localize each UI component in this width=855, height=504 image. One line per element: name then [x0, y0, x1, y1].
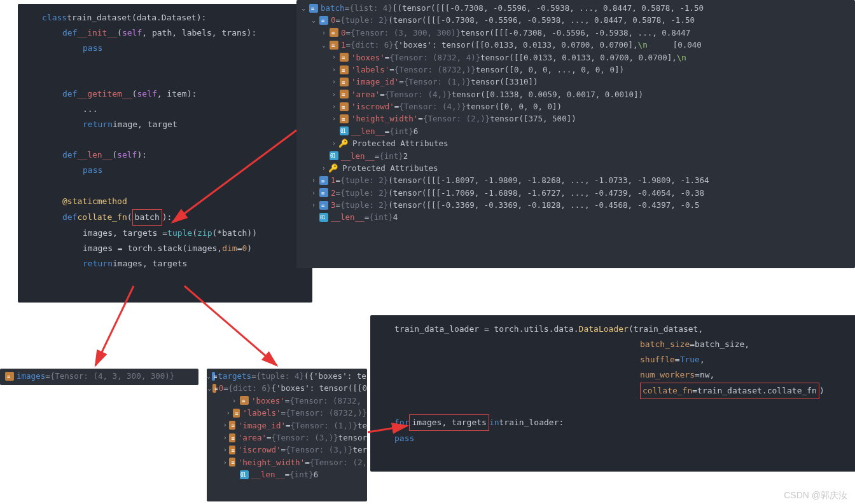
obj-icon	[340, 65, 349, 74]
chevron-right-icon[interactable]: ›	[330, 139, 338, 149]
int-icon	[330, 151, 338, 160]
int-icon	[319, 213, 328, 222]
targets-popup[interactable]: ⌄targets = {tuple: 4} ({'boxes': tens ⌄0…	[207, 369, 367, 501]
int-icon	[240, 470, 249, 479]
obj-icon	[330, 41, 338, 50]
chevron-right-icon[interactable]: ›	[309, 188, 318, 198]
list-icon	[319, 176, 328, 185]
obj-icon	[229, 446, 235, 454]
chevron-down-icon[interactable]: ⌄	[319, 40, 328, 50]
obj-icon	[212, 384, 216, 393]
chevron-right-icon[interactable]: ›	[330, 114, 338, 124]
chevron-right-icon[interactable]: ›	[222, 433, 228, 443]
chevron-right-icon[interactable]: ›	[330, 102, 338, 112]
chevron-right-icon[interactable]: ›	[330, 65, 338, 75]
list-icon	[212, 372, 215, 381]
obj-icon	[340, 90, 349, 99]
code-panel-left: class train_dataset(data.Dataset): def _…	[18, 4, 312, 303]
obj-icon	[240, 396, 249, 405]
chevron-right-icon[interactable]: ›	[230, 396, 239, 406]
code-panel-right: train_data_loader = torch.utils.data.Dat…	[370, 315, 855, 472]
obj-icon	[229, 433, 235, 442]
chevron-down-icon[interactable]: ⌄	[207, 383, 211, 393]
chevron-right-icon[interactable]: ›	[330, 90, 338, 100]
debug-panel-main[interactable]: ⌄batch = {list: 4} [(tensor([[[-0.7308, …	[296, 0, 855, 268]
int-icon	[340, 126, 349, 135]
chevron-right-icon[interactable]: ›	[222, 458, 228, 468]
chevron-right-icon[interactable]: ›	[225, 408, 232, 418]
obj-icon	[5, 372, 14, 381]
obj-icon	[340, 78, 349, 86]
obj-icon	[340, 114, 349, 123]
watermark: CSDN @郭庆汝	[784, 490, 847, 501]
chevron-right-icon[interactable]: ›	[330, 52, 338, 62]
list-icon	[309, 4, 318, 13]
list-icon	[319, 16, 328, 25]
obj-icon	[340, 53, 349, 62]
chevron-down-icon[interactable]: ⌄	[299, 3, 308, 13]
param-batch: batch	[132, 209, 162, 226]
chevron-right-icon[interactable]: ›	[222, 445, 228, 455]
chevron-right-icon[interactable]: ›	[319, 163, 328, 174]
chevron-down-icon[interactable]: ⌄	[207, 371, 211, 381]
list-icon	[319, 188, 328, 197]
obj-icon	[233, 409, 240, 418]
list-icon	[319, 201, 328, 210]
for-targets-box: images, targets	[409, 414, 489, 431]
chevron-right-icon[interactable]: ›	[309, 200, 318, 210]
chevron-right-icon[interactable]: ›	[309, 175, 318, 186]
chevron-right-icon[interactable]: ›	[319, 28, 328, 38]
obj-icon	[229, 458, 235, 467]
images-popup[interactable]: images = {Tensor: (4, 3, 300, 300)}	[0, 369, 198, 385]
obj-icon	[340, 102, 349, 111]
chevron-down-icon[interactable]: ⌄	[309, 15, 318, 25]
chevron-right-icon[interactable]: ›	[330, 77, 338, 87]
collate-fn-box: collate_fn=train_dataset.collate_fn	[640, 383, 819, 399]
obj-icon	[330, 28, 338, 37]
obj-icon	[229, 421, 235, 430]
chevron-right-icon[interactable]: ›	[222, 420, 228, 430]
